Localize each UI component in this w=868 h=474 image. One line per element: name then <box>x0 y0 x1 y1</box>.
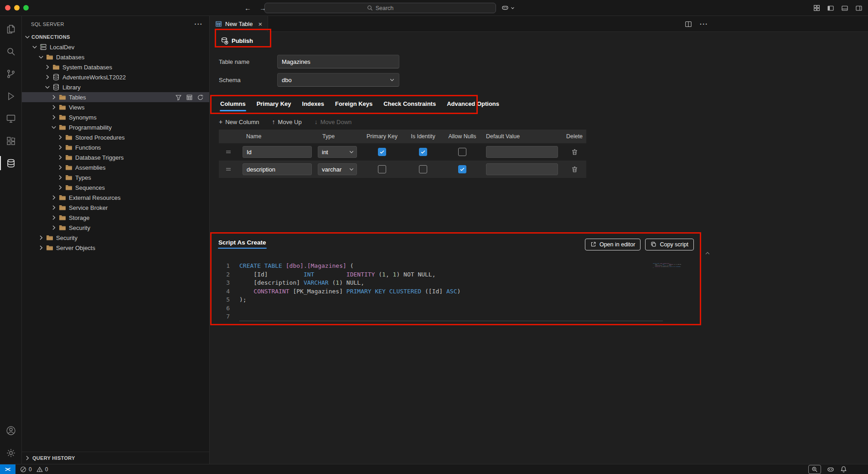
publish-button[interactable]: Publish <box>219 34 255 47</box>
command-center-search[interactable]: Search <box>264 3 496 13</box>
tree-item-programmability[interactable]: Programmability <box>22 122 209 132</box>
delete-column-button[interactable] <box>571 166 578 173</box>
tree-item-databases[interactable]: Databases <box>22 52 209 62</box>
tree-item-tables[interactable]: Tables <box>22 92 209 102</box>
tree-item-adventureworkslt2022[interactable]: AdventureWorksLT2022 <box>22 72 209 82</box>
customize-layout-icon[interactable] <box>813 5 820 11</box>
tab-columns[interactable]: Columns <box>215 97 251 111</box>
settings-gear-icon[interactable] <box>0 442 21 464</box>
tree-item-security[interactable]: Security <box>22 223 209 233</box>
drag-handle-icon[interactable] <box>225 148 232 156</box>
minimize-window-button[interactable] <box>14 5 20 10</box>
tree-item-label: Storage <box>69 214 90 221</box>
tab-label: New Table <box>225 21 253 27</box>
remote-indicator[interactable]: >< <box>0 464 16 474</box>
tab-advanced-options[interactable]: Advanced Options <box>441 97 505 111</box>
primary-key-checkbox[interactable] <box>378 165 386 173</box>
folder-icon <box>59 124 66 131</box>
problems-indicator[interactable]: 0 0 <box>16 466 50 473</box>
refresh-icon[interactable] <box>197 94 204 101</box>
query-history-section-header[interactable]: QUERY HISTORY <box>22 452 209 464</box>
tree-item-stored-procedures[interactable]: Stored Procedures <box>22 132 209 142</box>
tab-new-table[interactable]: New Table × <box>210 16 268 32</box>
column-type-select[interactable]: varchar <box>318 163 357 175</box>
delete-column-button[interactable] <box>571 149 578 156</box>
code-line-5[interactable]: 5); <box>218 296 663 304</box>
sidebar-more-actions-icon[interactable]: ··· <box>195 21 203 28</box>
source-control-icon[interactable] <box>0 63 21 85</box>
run-debug-icon[interactable] <box>0 85 21 107</box>
toggle-secondary-sidebar-icon[interactable] <box>855 5 863 12</box>
zoom-indicator[interactable] <box>808 465 821 474</box>
arrow-down-icon: ↓ <box>315 118 318 125</box>
tab-primary-key[interactable]: Primary Key <box>251 97 297 111</box>
is-identity-checkbox[interactable] <box>419 148 427 156</box>
tree-item-types[interactable]: Types <box>22 172 209 182</box>
tab-foreign-keys[interactable]: Foreign Keys <box>330 97 378 111</box>
copy-script-button[interactable]: Copy script <box>645 239 694 250</box>
tab-check-constraints[interactable]: Check Constraints <box>378 97 441 111</box>
close-window-button[interactable] <box>5 5 10 10</box>
code-line-2[interactable]: 2 [Id] INT IDENTITY (1, 1) NOT NULL, <box>218 271 663 279</box>
go-back-button[interactable]: ← <box>244 4 251 12</box>
sql-server-view-icon[interactable] <box>0 152 21 174</box>
explorer-icon[interactable] <box>0 18 21 40</box>
tree-item-views[interactable]: Views <box>22 102 209 112</box>
table-name-input[interactable] <box>277 55 399 68</box>
default-value-input[interactable] <box>486 163 558 175</box>
copilot-menu[interactable] <box>501 4 515 11</box>
is-identity-checkbox[interactable] <box>419 165 427 173</box>
tree-item-security[interactable]: Security <box>22 233 209 243</box>
remote-explorer-icon[interactable] <box>0 107 21 130</box>
open-in-editor-button[interactable]: Open in editor <box>585 239 641 250</box>
tree-item-database-triggers[interactable]: Database Triggers <box>22 152 209 162</box>
allow-nulls-checkbox[interactable] <box>458 148 466 156</box>
table-icon[interactable] <box>186 94 193 101</box>
column-name-input[interactable] <box>243 146 312 158</box>
close-tab-icon[interactable]: × <box>258 20 262 28</box>
tree-item-assemblies[interactable]: Assemblies <box>22 162 209 172</box>
extensions-icon[interactable] <box>0 130 21 152</box>
code-line-7[interactable]: 7 <box>218 313 663 321</box>
filter-icon[interactable] <box>175 94 182 101</box>
tree-item-server-objects[interactable]: Server Objects <box>22 243 209 253</box>
tab-indexes[interactable]: Indexes <box>297 97 330 111</box>
column-type-select[interactable]: int <box>318 146 357 158</box>
scrollbar-up-arrow[interactable] <box>704 250 711 257</box>
new-column-button[interactable]: + New Column <box>219 118 259 125</box>
drag-handle-icon[interactable] <box>225 166 232 173</box>
maximize-window-button[interactable] <box>23 5 29 10</box>
code-line-3[interactable]: 3 [description] VARCHAR (1) NULL, <box>218 279 663 287</box>
tree-item-synonyms[interactable]: Synonyms <box>22 112 209 122</box>
tree-item-localdev[interactable]: LocalDev <box>22 42 209 52</box>
tree-item-system-databases[interactable]: System Databases <box>22 62 209 72</box>
column-name-input[interactable] <box>243 163 312 175</box>
schema-select[interactable]: dbo <box>277 73 399 87</box>
copilot-status-icon[interactable] <box>827 466 834 473</box>
tree-item-service-broker[interactable]: Service Broker <box>22 203 209 213</box>
search-view-icon[interactable] <box>0 40 21 63</box>
primary-key-checkbox[interactable] <box>378 148 386 156</box>
sql-code-editor[interactable]: 1CREATE TABLE [dbo].[Magazines] (2 [Id] … <box>218 262 663 321</box>
connections-section-header[interactable]: CONNECTIONS <box>22 32 209 42</box>
tree-item-external-resources[interactable]: External Resources <box>22 193 209 203</box>
notifications-bell-icon[interactable] <box>840 466 847 473</box>
minimap[interactable]: CREATE TABLE [dbo].[Magazines] ( [Id] IN… <box>653 263 681 282</box>
editor-more-actions-icon[interactable]: ··· <box>700 21 708 28</box>
toggle-panel-icon[interactable] <box>841 5 848 12</box>
tree-item-storage[interactable]: Storage <box>22 213 209 223</box>
default-value-input[interactable] <box>486 146 558 158</box>
tree-item-library[interactable]: Library <box>22 82 209 92</box>
split-editor-icon[interactable] <box>685 21 692 28</box>
tree-item-sequences[interactable]: Sequences <box>22 182 209 193</box>
folder-icon <box>59 194 66 201</box>
move-up-button[interactable]: ↑ Move Up <box>272 118 302 125</box>
toggle-primary-sidebar-icon[interactable] <box>827 5 834 12</box>
code-line-1[interactable]: 1CREATE TABLE [dbo].[Magazines] ( <box>218 262 663 271</box>
accounts-icon[interactable] <box>0 419 21 442</box>
code-line-4[interactable]: 4 CONSTRAINT [PK_Magazines] PRIMARY KEY … <box>218 287 663 296</box>
code-line-6[interactable]: 6 <box>218 304 663 313</box>
script-as-create-tab[interactable]: Script As Create <box>218 238 267 250</box>
allow-nulls-checkbox[interactable] <box>458 165 466 173</box>
tree-item-functions[interactable]: Functions <box>22 142 209 152</box>
